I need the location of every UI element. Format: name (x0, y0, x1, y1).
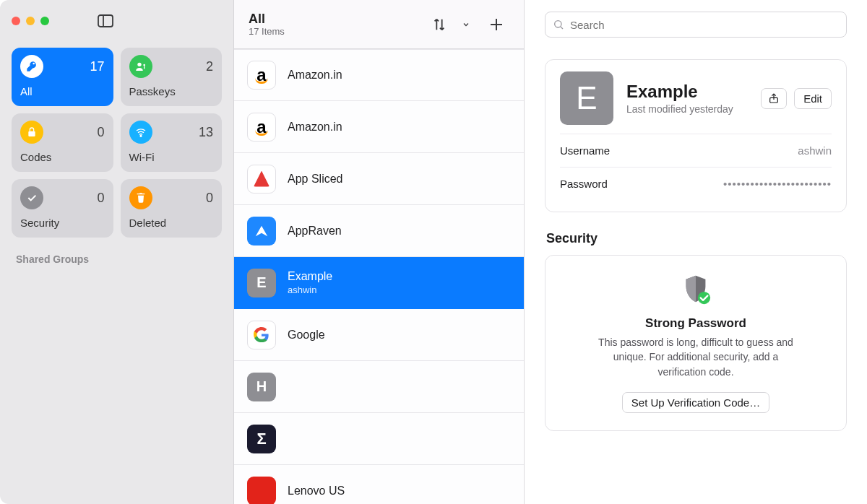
minimize-window[interactable] (26, 17, 35, 25)
security-card: Strong Password This password is long, d… (545, 255, 847, 431)
svg-point-7 (555, 21, 561, 27)
sort-menu-chevron-icon[interactable] (457, 16, 475, 33)
search-icon (553, 19, 564, 30)
entry-modified: Last modified yesterday (626, 103, 733, 115)
edit-label: Edit (803, 92, 822, 105)
person-key-icon (129, 55, 152, 78)
item-subtitle: ashwin (288, 284, 332, 295)
category-count: 13 (199, 125, 213, 140)
item-title: Amazon.in (288, 69, 342, 82)
security-heading: Security (546, 231, 847, 246)
list-item[interactable]: AppRaven (234, 205, 524, 257)
svg-point-10 (698, 292, 710, 304)
sidebar: 17 All 2 Passkeys 0 Codes (0, 0, 234, 504)
category-label: Deleted (129, 217, 214, 229)
site-icon-sigma: Σ (247, 425, 276, 453)
svg-rect-5 (28, 131, 35, 136)
window-controls (12, 7, 222, 35)
site-icon-letter-h: H (247, 373, 276, 401)
category-all[interactable]: 17 All (12, 48, 113, 106)
password-value: •••••••••••••••••••••••• (723, 178, 832, 190)
site-icon-appraven (247, 217, 276, 246)
item-title: Amazon.in (288, 121, 342, 134)
category-security[interactable]: 0 Security (12, 179, 113, 238)
entry-title: Example (626, 82, 733, 102)
list-subtitle: 17 Items (249, 26, 285, 37)
list-header: All 17 Items (234, 0, 524, 49)
search-input[interactable] (570, 19, 839, 31)
category-label: Security (20, 217, 105, 229)
list-item[interactable]: a Amazon.in (234, 101, 524, 153)
list-item[interactable]: Google (234, 309, 524, 361)
entry-card: E Example Last modified yesterday Edit U… (545, 59, 847, 212)
username-row[interactable]: Username ashwin (560, 134, 832, 167)
category-count: 0 (97, 125, 104, 140)
svg-point-3 (143, 64, 145, 66)
password-list: All 17 Items a Amazon.in a Amazon.in App… (234, 0, 525, 504)
category-passkeys[interactable]: 2 Passkeys (121, 48, 223, 106)
item-title: Example (288, 270, 332, 283)
strong-password-title: Strong Password (589, 316, 803, 331)
svg-point-2 (137, 63, 141, 66)
list-items[interactable]: a Amazon.in a Amazon.in App Sliced AppRa… (234, 49, 524, 504)
list-item[interactable]: Lenovo US (234, 465, 524, 504)
add-button[interactable] (483, 12, 509, 38)
trash-icon (129, 186, 152, 209)
wifi-icon (129, 121, 152, 144)
svg-rect-0 (98, 15, 113, 27)
site-icon-appsliced (247, 165, 276, 194)
category-count: 0 (97, 191, 104, 206)
item-title: Google (288, 329, 325, 342)
key-icon (20, 55, 43, 78)
list-item[interactable]: Σ (234, 413, 524, 465)
list-item[interactable]: App Sliced (234, 153, 524, 205)
search-field[interactable] (545, 12, 847, 38)
username-label: Username (560, 144, 610, 157)
zoom-window[interactable] (40, 17, 49, 25)
sort-button[interactable] (427, 12, 452, 37)
share-button[interactable] (761, 88, 787, 109)
svg-point-6 (140, 135, 142, 136)
category-count: 0 (206, 191, 213, 206)
setup-verification-label: Set Up Verification Code… (631, 396, 760, 409)
category-codes[interactable]: 0 Codes (12, 113, 113, 172)
detail-pane: E Example Last modified yesterday Edit U… (525, 0, 867, 504)
checkmark-icon (20, 186, 43, 209)
category-label: Wi-Fi (129, 151, 214, 163)
item-title: AppRaven (288, 225, 342, 238)
site-icon-lenovo (247, 477, 276, 504)
site-icon-amazon: a (247, 61, 276, 90)
category-label: Passkeys (129, 85, 214, 97)
password-label: Password (560, 178, 608, 190)
shield-check-icon (589, 273, 803, 306)
strong-password-desc: This password is long, difficult to gues… (589, 335, 803, 379)
username-value: ashwin (798, 144, 832, 157)
edit-button[interactable]: Edit (794, 88, 832, 109)
setup-verification-button[interactable]: Set Up Verification Code… (622, 392, 769, 413)
category-count: 2 (206, 59, 213, 74)
site-icon-amazon: a (247, 113, 276, 142)
lock-clock-icon (20, 121, 43, 144)
category-label: All (20, 85, 105, 97)
list-item[interactable]: H (234, 361, 524, 413)
category-grid: 17 All 2 Passkeys 0 Codes (12, 48, 222, 238)
close-window[interactable] (12, 17, 20, 25)
item-title: Lenovo US (288, 485, 345, 498)
sidebar-toggle-icon[interactable] (98, 14, 113, 27)
category-wifi[interactable]: 13 Wi-Fi (121, 113, 223, 172)
category-label: Codes (20, 151, 105, 163)
site-icon-google (247, 321, 276, 349)
password-row[interactable]: Password •••••••••••••••••••••••• (560, 167, 832, 200)
svg-line-8 (561, 27, 563, 29)
category-count: 17 (90, 59, 104, 74)
list-title: All (249, 12, 285, 27)
share-icon (768, 92, 780, 104)
list-item[interactable]: E Example ashwin (234, 257, 524, 309)
svg-rect-4 (144, 66, 144, 69)
list-item[interactable]: a Amazon.in (234, 49, 524, 101)
category-deleted[interactable]: 0 Deleted (121, 179, 223, 238)
site-icon-example: E (247, 269, 276, 297)
item-title: App Sliced (288, 173, 343, 186)
shared-groups-heading[interactable]: Shared Groups (12, 253, 222, 265)
entry-avatar: E (560, 71, 613, 125)
